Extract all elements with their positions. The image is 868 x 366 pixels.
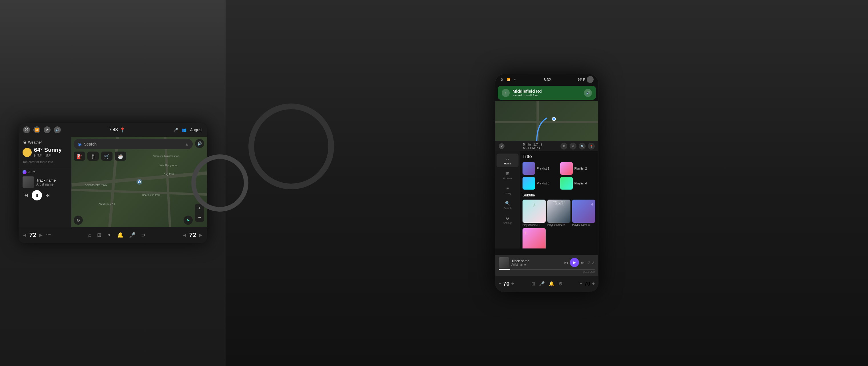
player-play-button[interactable]: ▶: [570, 258, 579, 267]
phone-temp-left: − 70 +: [499, 281, 514, 287]
browse-icon: ⊞: [505, 171, 510, 176]
zoom-out-button[interactable]: −: [195, 213, 204, 222]
weather-icon: 🌤: [23, 140, 26, 144]
map-label-charleston-rd: Charleston Rd: [98, 203, 115, 205]
album-item-4[interactable]: ♦ Playlist name 4: [523, 228, 546, 249]
user-label[interactable]: August: [190, 128, 203, 132]
music-controls: ⏮ ⏸ ⏭: [23, 190, 67, 200]
poi-food-button[interactable]: 🍴: [87, 151, 99, 161]
status-icons-left: ⌘ 📶 ☀ 🔊: [23, 126, 61, 133]
player-prev-button[interactable]: ⏮: [564, 260, 568, 265]
player-like-button[interactable]: ♡: [586, 260, 590, 265]
next-track-button[interactable]: ⏭: [45, 193, 50, 198]
temp-left-display: 72: [29, 231, 37, 239]
phone-settings-button[interactable]: ⚙: [558, 281, 562, 286]
temp-right-minus-button[interactable]: −: [580, 281, 582, 286]
map-search-bar[interactable]: ◉ Search ▲: [74, 139, 193, 149]
album-item-1[interactable]: ♪ Playlist name 1: [523, 200, 546, 226]
nav-sound-button[interactable]: 🔊: [584, 89, 592, 97]
play-pause-button[interactable]: ⏸: [32, 190, 42, 200]
high-low-display: H 78° L 52°: [34, 154, 62, 158]
home-button[interactable]: ⌂: [88, 232, 91, 238]
nav-destination: Middlefield Rd toward Lowell Ave: [513, 89, 584, 97]
album-grid: ♪ Playlist name 1 ABSTRACTDESIGN Playlis…: [523, 200, 595, 249]
playlist-item-1[interactable]: Playlist 1: [523, 162, 558, 175]
navigate-button[interactable]: ➤: [184, 216, 193, 225]
poi-gas-button[interactable]: ⛽: [74, 151, 85, 161]
phone-grid-button[interactable]: ⊞: [531, 281, 535, 286]
nav-routes-button[interactable]: ⊕: [569, 143, 577, 149]
album-item-2[interactable]: ABSTRACTDESIGN Playlist name 2: [547, 200, 570, 226]
dashboard-screen: ⌘ 📶 ☀ 🔊 7:43 📍 🎤 👥 August: [19, 123, 207, 243]
temp-left-minus-button[interactable]: −: [499, 281, 501, 286]
defrost-icon[interactable]: 〰: [46, 232, 51, 237]
bottom-nav: ⌂ ⊞ ✦ 🔔 🎤 ⊃: [88, 232, 145, 238]
sidebar-home-label: Home: [504, 162, 511, 165]
navigation-card[interactable]: ↑ Middlefield Rd toward Lowell Ave 🔊: [498, 86, 596, 100]
right-panel: ⌘ 📶 ☀ 8:32 64° F ↑ Middlefield Rd toward…: [225, 0, 868, 366]
status-time: 7:43 📍: [109, 127, 125, 133]
sidebar-item-search[interactable]: 🔍 Search: [497, 198, 519, 212]
phone-signal-icon: 📶: [506, 77, 511, 82]
mic-icon[interactable]: 🎤: [173, 128, 178, 132]
artist-name: Artist name: [36, 182, 67, 187]
nav-pin-button[interactable]: 📍: [588, 143, 595, 149]
sidebar-item-browse[interactable]: ⊞ Browse: [497, 168, 519, 182]
phone-brightness-icon: ☀: [513, 77, 517, 82]
temp-left-plus-button[interactable]: +: [512, 281, 514, 286]
temp-right-plus-button[interactable]: +: [592, 281, 595, 286]
player-progress-bar[interactable]: [499, 269, 595, 270]
map-area[interactable]: Shoreline Maintenance Kite Flying Area D…: [71, 137, 207, 227]
nav-settings-button[interactable]: ⚙: [560, 143, 567, 149]
sidebar-item-library[interactable]: ≡ Library: [497, 183, 519, 197]
nav-eta-time: 5:24 PM PDT: [523, 146, 542, 149]
playlist-item-3[interactable]: Playlist 3: [523, 177, 558, 190]
library-icon: ≡: [505, 186, 510, 191]
volume-icon: 🔊: [54, 126, 61, 133]
album-thumb-3: ♦: [572, 200, 595, 223]
music-card: Aural Track name Artist name ⏮ ⏸ ⏭: [19, 167, 71, 227]
nav-close-button[interactable]: ✕: [499, 143, 504, 149]
temp-left-increase-button[interactable]: ▶: [39, 233, 42, 237]
player-time-display: 0:24 / 3:32: [583, 271, 595, 273]
sidebar-item-home[interactable]: ⌂ Home: [497, 153, 519, 167]
temp-right-decrease-button[interactable]: ◀: [183, 233, 186, 237]
phone-bell-button[interactable]: 🔔: [549, 281, 555, 286]
album-thumb-2: ABSTRACTDESIGN: [547, 200, 570, 223]
seat-button[interactable]: ⊃: [141, 232, 145, 238]
nav-toward: toward Lowell Ave: [513, 93, 584, 97]
temp-right-increase-button[interactable]: ▶: [199, 233, 203, 237]
bluetooth-icon: ⌘: [23, 126, 30, 133]
prev-track-button[interactable]: ⏮: [24, 193, 28, 198]
weather-card[interactable]: 🌤 Weather 64° Sunny H 78° L 52° Tap card…: [19, 137, 71, 167]
poi-shopping-button[interactable]: 🛒: [101, 151, 113, 161]
playlist-name-2: Playlist 2: [575, 167, 587, 170]
phone-map[interactable]: [495, 101, 598, 141]
playlist-item-4[interactable]: Playlist 4: [560, 177, 596, 190]
apps-button[interactable]: ⊞: [97, 232, 101, 238]
fan-button[interactable]: ✦: [107, 232, 111, 238]
map-sound-button[interactable]: 🔊: [195, 139, 204, 148]
nav-eta-info: 5 min · 1.7 mi 5:24 PM PDT: [523, 143, 542, 149]
poi-coffee-button[interactable]: ☕: [115, 151, 126, 161]
map-settings-button[interactable]: ⚙: [74, 216, 83, 225]
player-next-button[interactable]: ⏭: [581, 260, 585, 265]
album-item-3[interactable]: ♦ Playlist name 3: [572, 200, 595, 226]
voice-button[interactable]: 🎤: [129, 232, 135, 238]
sidebar-item-settings[interactable]: ⚙ Settings: [497, 213, 519, 227]
notifications-button[interactable]: 🔔: [117, 232, 123, 238]
playlist-item-2[interactable]: Playlist 2: [560, 162, 596, 175]
phone-status-bar: ⌘ 📶 ☀ 8:32 64° F: [495, 74, 598, 85]
search-icon: 🔍: [505, 200, 510, 206]
weather-title: 🌤 Weather: [23, 140, 67, 144]
player-expand-button[interactable]: ∧: [592, 260, 595, 265]
bottom-left: ◀ 72 ▶ 〰: [23, 231, 51, 239]
nav-search-button[interactable]: 🔍: [579, 143, 586, 149]
nav-eta-actions: ⚙ ⊕ 🔍 📍: [560, 143, 595, 149]
collapse-arrow-icon[interactable]: ▲: [185, 142, 189, 146]
phone-mic-button[interactable]: 🎤: [539, 281, 545, 286]
time-display: 7:43: [109, 127, 118, 132]
music-track-row: Track name Artist name: [23, 176, 67, 188]
temp-left-decrease-button[interactable]: ◀: [23, 233, 26, 237]
sidebar-search-label: Search: [503, 207, 512, 209]
